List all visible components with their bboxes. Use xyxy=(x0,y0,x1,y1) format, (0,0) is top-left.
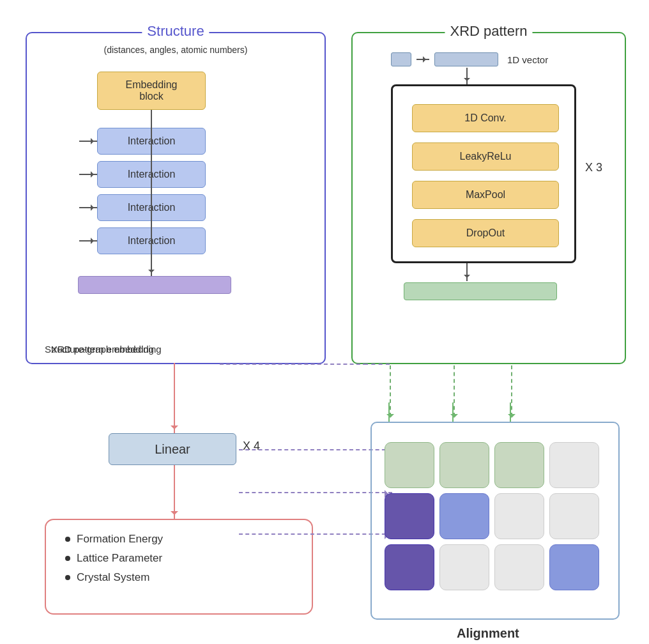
output-label-1: Formation Energy xyxy=(77,533,163,546)
down-arrow-to-bar xyxy=(151,254,152,276)
xrd-title: XRD pattern xyxy=(445,23,532,40)
output-label-2: Lattice Parameter xyxy=(77,552,162,565)
grid-cell-r1c0 xyxy=(385,493,434,539)
embedding-block: Embeddingblock xyxy=(97,72,206,110)
cnn-maxpool: MaxPool xyxy=(412,181,559,209)
grid-cell-r1c3 xyxy=(549,493,599,539)
xrd-embedding-bar xyxy=(404,282,557,300)
xrd-1d-label: 1D vector xyxy=(507,54,548,65)
grid-cell-r1c1 xyxy=(439,493,489,539)
xrd-small-rect xyxy=(391,52,411,66)
arrow-interaction-3 xyxy=(79,207,97,208)
dashed-horiz-1 xyxy=(220,364,367,365)
output-label-3: Crystal System xyxy=(77,571,149,584)
x4-label: X 4 xyxy=(243,440,260,453)
xrd-embedding-label: XRD pattern embedding xyxy=(51,344,154,355)
arrow-interaction-2 xyxy=(79,174,97,175)
x3-label: X 3 xyxy=(585,161,602,174)
bullet-dot-3 xyxy=(65,575,70,580)
structure-box: Structure (distances, angles, atomic num… xyxy=(26,32,326,364)
xrd-long-rect xyxy=(434,52,498,66)
linear-block: Linear xyxy=(109,433,236,465)
cnn-1d-conv: 1D Conv. xyxy=(412,104,559,132)
vert-line-1 xyxy=(151,110,152,128)
structure-embedding-bar xyxy=(78,276,231,294)
red-arrow-1 xyxy=(174,363,175,433)
cnn-leaky-relu: LeakyReLu xyxy=(412,142,559,171)
dashed-horiz-4 xyxy=(239,492,392,493)
grid-cell-r0c3 xyxy=(549,442,599,488)
grid-cell-r2c2 xyxy=(494,544,544,590)
green-arrow-3 xyxy=(510,402,511,422)
output-item-3: Crystal System xyxy=(65,571,293,584)
vert-connector xyxy=(151,128,152,254)
grid-cell-r1c2 xyxy=(494,493,544,539)
grid-cell-r0c2 xyxy=(494,442,544,488)
alignment-label: Alignment xyxy=(457,626,519,641)
diagram: Structure (distances, angles, atomic num… xyxy=(13,13,636,631)
red-arrow-2 xyxy=(174,465,175,519)
grid-cell-r0c1 xyxy=(439,442,489,488)
xrd-box: XRD pattern 1D vector 1D Conv. LeakyReLu… xyxy=(351,32,626,364)
grid-cell-r2c3 xyxy=(549,544,599,590)
xrd-input-row: 1D vector xyxy=(391,52,548,66)
bullet-dot-1 xyxy=(65,537,70,542)
bullet-dot-2 xyxy=(65,556,70,561)
dashed-xrd-vert-1 xyxy=(390,365,391,417)
dashed-horiz-2 xyxy=(364,364,390,365)
green-arrow-2 xyxy=(452,402,454,422)
output-item-1: Formation Energy xyxy=(65,533,293,546)
structure-subtitle: (distances, angles, atomic numbers) xyxy=(104,45,248,55)
alignment-box xyxy=(370,422,620,620)
structure-title: Structure xyxy=(142,23,209,40)
cnn-dropout: DropOut xyxy=(412,219,559,247)
dashed-xrd-vert-2 xyxy=(454,365,455,417)
xrd-input-arrow xyxy=(416,59,429,60)
alignment-grid xyxy=(385,442,599,590)
output-item-2: Lattice Parameter xyxy=(65,552,293,565)
embedding-label: Embeddingblock xyxy=(126,79,178,102)
grid-cell-r2c0 xyxy=(385,544,434,590)
dashed-xrd-vert-3 xyxy=(511,365,512,417)
xrd-cnn-down-arrow xyxy=(466,263,468,281)
grid-cell-r2c1 xyxy=(439,544,489,590)
dashed-horiz-5 xyxy=(239,533,392,535)
arrow-interaction-4 xyxy=(79,240,97,241)
linear-label: Linear xyxy=(155,442,190,457)
dashed-horiz-3 xyxy=(239,449,392,450)
arrow-interaction-1 xyxy=(79,141,97,142)
grid-cell-r0c0 xyxy=(385,442,434,488)
cnn-box: 1D Conv. LeakyReLu MaxPool DropOut xyxy=(391,84,576,263)
xrd-input-down-arrow xyxy=(466,68,468,84)
green-arrow-1 xyxy=(388,402,390,422)
